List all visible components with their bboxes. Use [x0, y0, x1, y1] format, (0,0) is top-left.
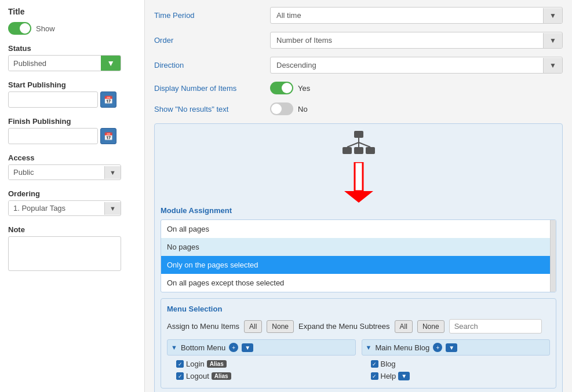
bottom-menu-expand-icon: ▼ [171, 344, 177, 351]
svg-rect-0 [354, 131, 363, 138]
start-calendar-button[interactable]: 📅 [100, 91, 116, 108]
expand-all-button[interactable]: All [395, 320, 413, 333]
svg-rect-2 [354, 147, 363, 154]
show-no-results-toggle[interactable] [270, 102, 293, 115]
start-publishing-label: Start Publishing [8, 80, 136, 89]
finish-publishing-label: Finish Publishing [8, 117, 136, 126]
display-number-value: Yes [298, 84, 310, 93]
access-select[interactable]: Public ▼ [8, 164, 121, 180]
logout-label: Logout [186, 372, 209, 380]
main-menu-expand-icon: ▼ [366, 344, 372, 351]
direction-label: Direction [154, 61, 270, 69]
login-label: Login [186, 360, 205, 368]
time-period-value: All time [271, 8, 543, 23]
main-menu-dropdown-button[interactable]: ▼ [446, 343, 457, 352]
status-select[interactable]: Published ▼ [8, 55, 121, 71]
status-dropdown-arrow[interactable]: ▼ [101, 56, 121, 71]
title-label: Title [8, 7, 25, 16]
bottom-menu-header[interactable]: ▼ Bottom Menu + ▼ [167, 339, 356, 356]
ordering-select[interactable]: 1. Popular Tags ▼ [8, 200, 121, 216]
assignment-no-pages[interactable]: No pages [161, 238, 556, 256]
order-label: Order [154, 36, 270, 45]
direction-arrow[interactable]: ▼ [543, 58, 562, 73]
logout-item-row: ✓ Logout Alias [167, 370, 356, 382]
svg-marker-8 [344, 191, 373, 203]
start-publishing-input[interactable] [8, 91, 98, 108]
display-number-label: Display Number of Items [154, 84, 270, 93]
main-menu-blog-col: ▼ Main Menu Blog + ▼ ✓ Blog ✓ Help ▼ [362, 339, 551, 382]
ordering-value: 1. Popular Tags [9, 201, 104, 215]
display-number-row: Display Number of Items Yes [154, 82, 563, 94]
time-period-label: Time Period [154, 11, 270, 20]
help-item-row: ✓ Help ▼ [362, 370, 551, 382]
logout-alias-badge: Alias [212, 372, 231, 380]
network-icon [341, 130, 376, 159]
status-label: Status [8, 44, 136, 53]
svg-line-5 [347, 142, 359, 147]
order-arrow[interactable]: ▼ [543, 33, 562, 48]
assignment-selected-pages[interactable]: Only on the pages selected [161, 256, 556, 274]
ordering-label: Ordering [8, 189, 136, 198]
note-input[interactable] [8, 236, 121, 271]
blog-label: Blog [381, 360, 396, 368]
main-menu-blog-label: Main Menu Blog [375, 343, 429, 352]
assign-label: Assign to Menu Items [167, 322, 239, 331]
display-number-toggle[interactable] [270, 82, 293, 94]
order-value: Number of Items [271, 32, 543, 48]
access-value: Public [9, 165, 104, 179]
main-menu-add-button[interactable]: + [433, 343, 442, 352]
direction-value: Descending [271, 57, 543, 73]
menu-selection-title: Menu Selection [167, 305, 550, 313]
bottom-menu-col: ▼ Bottom Menu + ▼ ✓ Login Alias ✓ Lo [167, 339, 356, 382]
bottom-menu-dropdown-button[interactable]: ▼ [242, 343, 253, 352]
menu-columns: ▼ Bottom Menu + ▼ ✓ Login Alias ✓ Lo [167, 339, 550, 382]
access-dropdown-arrow[interactable]: ▼ [104, 166, 121, 179]
assign-none-button[interactable]: None [267, 320, 294, 333]
order-select[interactable]: Number of Items ▼ [270, 32, 563, 49]
annotation-arrow [344, 162, 373, 203]
svg-rect-3 [366, 147, 375, 154]
note-label: Note [8, 225, 136, 234]
login-checkbox[interactable]: ✓ [176, 360, 184, 368]
bottom-menu-add-button[interactable]: + [229, 343, 238, 352]
time-period-row: Time Period All time ▼ [154, 7, 563, 24]
menu-search-input[interactable] [449, 319, 542, 334]
show-no-results-row: Show "No results" text No [154, 102, 563, 115]
blog-item-row: ✓ Blog [362, 358, 551, 370]
svg-line-6 [359, 142, 370, 147]
main-menu-blog-header[interactable]: ▼ Main Menu Blog + ▼ [362, 339, 551, 356]
module-assignment-label: Module Assignment [161, 206, 556, 215]
login-alias-badge: Alias [207, 360, 227, 368]
access-label: Access [8, 153, 136, 162]
time-period-arrow[interactable]: ▼ [543, 8, 562, 23]
menu-controls: Assign to Menu Items All None Expand the… [167, 319, 550, 334]
time-period-select[interactable]: All time ▼ [270, 7, 563, 24]
finish-publishing-input[interactable] [8, 128, 98, 144]
assignment-except-pages[interactable]: On all pages except those selected [161, 274, 556, 292]
finish-calendar-button[interactable]: 📅 [100, 128, 116, 144]
ordering-dropdown-arrow[interactable]: ▼ [104, 202, 121, 215]
help-checkbox[interactable]: ✓ [371, 372, 378, 380]
show-no-results-label: Show "No results" text [154, 105, 270, 113]
direction-row: Direction Descending ▼ [154, 57, 563, 74]
direction-select[interactable]: Descending ▼ [270, 57, 563, 74]
show-no-results-value: No [298, 105, 308, 113]
module-area: Module Assignment On all pages No pages … [154, 123, 563, 392]
status-value: Published [9, 56, 101, 71]
svg-rect-1 [343, 147, 352, 154]
title-toggle[interactable] [8, 22, 31, 35]
order-row: Order Number of Items ▼ [154, 32, 563, 49]
help-label: Help [381, 372, 396, 380]
show-label: Show [36, 24, 55, 33]
assignment-all-pages[interactable]: On all pages [161, 220, 556, 238]
assign-all-button[interactable]: All [244, 320, 262, 333]
login-item-row: ✓ Login Alias [167, 358, 356, 370]
blog-checkbox[interactable]: ✓ [371, 360, 378, 368]
expand-label: Expand the Menu Subtrees [298, 322, 390, 331]
menu-selection-box: Menu Selection Assign to Menu Items All … [161, 298, 556, 389]
help-dropdown-button[interactable]: ▼ [398, 372, 410, 380]
svg-rect-7 [355, 162, 363, 191]
bottom-menu-label: Bottom Menu [181, 343, 225, 352]
expand-none-button[interactable]: None [417, 320, 445, 333]
logout-checkbox[interactable]: ✓ [176, 372, 184, 380]
